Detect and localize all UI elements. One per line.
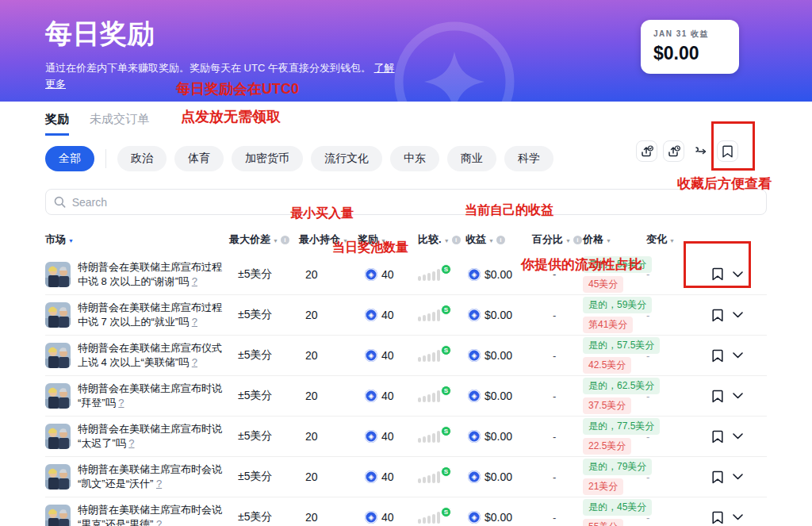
no-price-badge[interactable]: 第41美分	[583, 317, 633, 333]
liquidity-bars-icon: S	[418, 470, 445, 483]
no-price-badge[interactable]: 37.5美分	[583, 397, 631, 414]
no-price-badge[interactable]: 22.5美分	[583, 438, 631, 455]
col-price[interactable]: 价格▼	[583, 232, 646, 247]
dollar-badge-icon: S	[441, 466, 451, 477]
col-earnings[interactable]: 收益▼i	[465, 232, 532, 247]
no-price-badge[interactable]: 21美分	[583, 478, 623, 495]
market-cell[interactable]: 特朗普会在美联储主席宣布过程中说 8 次以上的“谢谢”吗 ?	[45, 260, 229, 288]
table-row[interactable]: 特朗普在美联储主席宣布时会说“里克”还是“里德” ? ±5美分 20 ◈40 S…	[45, 497, 767, 526]
export-clock-icon[interactable]	[663, 140, 684, 162]
chevron-down-icon[interactable]	[733, 352, 743, 359]
chevron-down-icon[interactable]	[733, 433, 743, 440]
market-title[interactable]: 特朗普在美联储主席宣布时会说“里克”还是“里德” ?	[78, 503, 229, 526]
market-question-link[interactable]: ?	[156, 478, 162, 490]
bookmark-icon[interactable]	[712, 309, 723, 322]
market-question-link[interactable]: ?	[192, 356, 197, 368]
category-pill[interactable]: 流行文化	[311, 146, 382, 171]
table-row[interactable]: 特朗普会在美联储主席宣布过程中说 7 次以上的“就业”吗 ? ±5美分 20 ◈…	[45, 294, 767, 335]
sort-caret-icon: ▼	[68, 238, 74, 244]
dollar-badge-icon: S	[441, 426, 451, 436]
market-cell[interactable]: 特朗普会在美联储主席宣布仪式上说 4 次以上“美联储”吗 ?	[45, 341, 229, 369]
price-cell: 是的，77.5美分 22.5美分	[583, 418, 646, 455]
market-cell[interactable]: 特朗普会在美联储主席宣布时说“拜登”吗 ?	[45, 382, 229, 409]
export-check-icon[interactable]	[636, 140, 657, 162]
col-market[interactable]: 市场▼	[45, 232, 229, 247]
table-row[interactable]: 特朗普会在美联储主席宣布时说“拜登”吗 ? ±5美分 20 ◈40 S ◈$0.…	[45, 375, 767, 416]
chevron-down-icon[interactable]	[733, 312, 743, 318]
no-price-badge[interactable]: 45美分	[583, 276, 623, 293]
market-title[interactable]: 特朗普会在美联储主席宣布时说“拜登”吗 ?	[78, 382, 229, 409]
earnings-coin-icon: ◈	[468, 511, 481, 524]
yes-price-badge[interactable]: 是的，45美分	[583, 499, 652, 516]
earnings-value: ◈$0.00	[465, 390, 532, 402]
compare-cell: S	[418, 470, 465, 483]
bookmark-icon[interactable]	[712, 470, 723, 484]
market-title[interactable]: 特朗普在美联储主席宣布时会说“凯文”还是“沃什” ?	[78, 463, 229, 490]
market-cell[interactable]: 特朗普在美联储主席宣布时会说“凯文”还是“沃什” ?	[45, 463, 229, 490]
table-row[interactable]: 特朗普会在美联储主席宣布时说“太迟了”吗 ? ±5美分 20 ◈40 S ◈$0…	[45, 416, 767, 456]
market-title[interactable]: 特朗普会在美联储主席宣布过程中说 7 次以上的“就业”吗 ?	[78, 301, 229, 328]
market-title[interactable]: 特朗普会在美联储主席宣布过程中说 8 次以上的“谢谢”吗 ?	[78, 260, 229, 288]
list-toolbar	[636, 140, 738, 162]
info-icon[interactable]: i	[452, 236, 461, 244]
no-price-badge[interactable]: 55美分	[583, 519, 623, 526]
market-question-link[interactable]: ?	[128, 437, 134, 449]
reward-coin-icon: ◈	[365, 430, 377, 443]
info-icon[interactable]: i	[573, 236, 582, 244]
liquidity-bars-icon: S	[418, 390, 445, 402]
earnings-coin-icon: ◈	[468, 268, 481, 281]
table-row[interactable]: 特朗普会在美联储主席宣布过程中说 8 次以上的“谢谢”吗 ? ±5美分 20 ◈…	[45, 254, 767, 294]
row-actions	[688, 390, 767, 403]
reward-value: ◈40	[358, 470, 418, 483]
market-question-link[interactable]: ?	[156, 518, 162, 526]
bookmark-icon[interactable]	[712, 390, 723, 403]
liquidity-bars-icon: S	[418, 349, 445, 362]
percent-value: -	[532, 512, 583, 524]
col-compare[interactable]: 比较.▼i	[418, 232, 465, 247]
market-title[interactable]: 特朗普会在美联储主席宣布时说“太迟了”吗 ?	[78, 422, 229, 450]
search-input[interactable]	[72, 196, 758, 209]
col-change[interactable]: 变化▼	[646, 232, 688, 247]
category-pill[interactable]: 科学	[504, 146, 553, 171]
category-pill[interactable]: 全部	[45, 146, 94, 171]
category-pill[interactable]: 中东	[390, 146, 439, 171]
table-row[interactable]: 特朗普在美联储主席宣布时会说“凯文”还是“沃什” ? ±5美分 20 ◈40 S…	[45, 456, 767, 497]
tab[interactable]: 奖励	[45, 112, 69, 136]
info-icon[interactable]: i	[281, 236, 289, 244]
search-bar[interactable]	[45, 189, 767, 215]
market-question-link[interactable]: ?	[192, 316, 197, 328]
category-pill[interactable]: 体育	[174, 146, 224, 171]
reward-value: ◈40	[358, 430, 418, 443]
category-pill[interactable]: 商业	[447, 146, 496, 171]
category-pill[interactable]: 政治	[117, 146, 167, 171]
market-cell[interactable]: 特朗普在美联储主席宣布时会说“里克”还是“里德” ?	[45, 503, 229, 526]
min-shares-value: 20	[299, 511, 358, 524]
category-pill[interactable]: 加密货币	[232, 146, 303, 171]
bookmark-icon[interactable]	[712, 349, 723, 363]
chevron-down-icon[interactable]	[733, 474, 743, 480]
market-title[interactable]: 特朗普会在美联储主席宣布仪式上说 4 次以上“美联储”吗 ?	[78, 341, 229, 369]
market-cell[interactable]: 特朗普会在美联储主席宣布时说“太迟了”吗 ?	[45, 422, 229, 450]
price-cell: 是的，57.5美分 42.5美分	[583, 337, 646, 374]
info-icon[interactable]: i	[496, 236, 505, 244]
chevron-down-icon[interactable]	[733, 271, 743, 278]
market-question-link[interactable]: ?	[118, 397, 124, 409]
yes-price-badge[interactable]: 是的，79美分	[583, 459, 652, 475]
tab[interactable]: 未成交订单	[90, 112, 149, 136]
chevron-down-icon[interactable]	[733, 514, 743, 520]
market-question-link[interactable]: ?	[192, 275, 197, 287]
no-price-badge[interactable]: 42.5美分	[583, 357, 631, 374]
dollar-badge-icon: S	[441, 345, 451, 355]
table-row[interactable]: 特朗普会在美联储主席宣布仪式上说 4 次以上“美联储”吗 ? ±5美分 20 ◈…	[45, 335, 767, 375]
yes-price-badge[interactable]: 是的，59美分	[583, 297, 652, 313]
market-cell[interactable]: 特朗普会在美联储主席宣布过程中说 7 次以上的“就业”吗 ?	[45, 301, 229, 328]
bookmark-icon[interactable]	[712, 267, 723, 281]
bookmark-icon[interactable]	[712, 511, 723, 524]
col-max-spread[interactable]: 最大价差▼i	[229, 232, 299, 247]
chevron-down-icon[interactable]	[733, 393, 743, 399]
bookmark-filter-icon[interactable]	[717, 140, 738, 162]
col-percent[interactable]: 百分比▼i	[532, 232, 583, 247]
compare-cell: S	[418, 309, 465, 321]
bookmark-icon[interactable]	[712, 430, 723, 443]
merge-arrow-icon[interactable]	[690, 140, 711, 162]
